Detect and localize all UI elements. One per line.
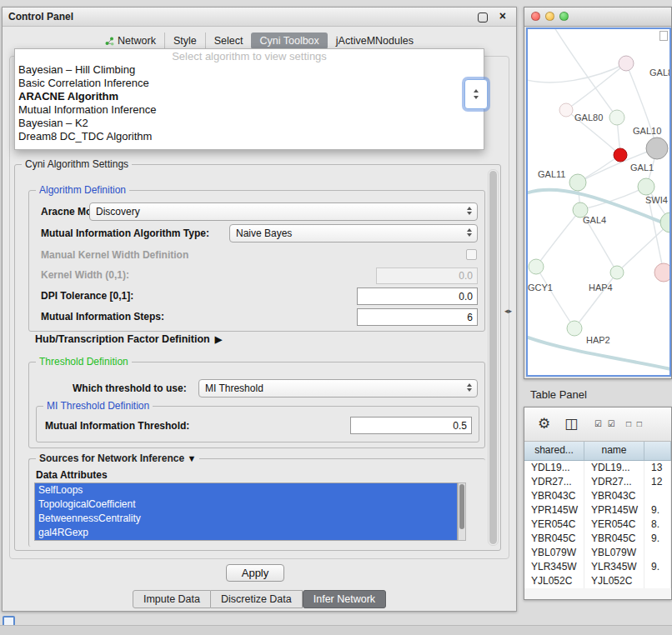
cell: YDL19... — [584, 461, 644, 475]
network-icon — [105, 37, 114, 46]
cell: YDR27... — [524, 475, 584, 489]
mi-type-value: Naive Bayes — [236, 228, 292, 239]
cell: YBR045C — [584, 532, 644, 546]
tab-label: Style — [173, 35, 197, 47]
apply-button[interactable]: Apply — [226, 564, 284, 582]
table-row[interactable]: YLR345W YLR345W 9. — [524, 560, 671, 574]
float-window-icon[interactable] — [478, 12, 488, 22]
scrollbar-thumb[interactable] — [489, 171, 497, 544]
scrollbar-corner — [659, 31, 668, 41]
close-traffic-light[interactable] — [531, 12, 540, 21]
scrollbar-thumb[interactable] — [459, 484, 464, 529]
control-panel-window: Control Panel × Network Style Select Cyn… — [2, 7, 517, 612]
tab-jactivemodules[interactable]: jActiveMNodules — [328, 32, 422, 49]
node-label: GAL4 — [583, 215, 606, 225]
deselect-all-checks-icon[interactable]: □ □ — [626, 419, 644, 428]
columns-icon[interactable]: ◫ — [564, 415, 578, 432]
cell: YER054C — [584, 518, 644, 532]
table-row[interactable]: YER054C YER054C 8. — [524, 518, 671, 532]
cell — [644, 489, 671, 503]
combo-stepper-icon — [464, 228, 474, 237]
tab-discretize-data[interactable]: Discretize Data — [211, 590, 303, 608]
graph-node-swi4 — [660, 212, 671, 232]
network-canvas[interactable]: GAL8 GAL80 GAL10 GAL11 GAL1 SWI4 GAL4 GC… — [526, 28, 671, 377]
algorithm-option[interactable]: Bayesian – Hill Climbing — [15, 63, 484, 77]
algorithm-definition-title: Algorithm Definition — [36, 184, 129, 196]
algorithm-combo-stepper[interactable] — [464, 79, 488, 109]
attribute-item-selected[interactable]: gal4RGexp — [35, 526, 457, 540]
cell — [644, 574, 671, 588]
down-arrow-icon — [474, 96, 479, 99]
graph-node — [619, 56, 634, 71]
zoom-traffic-light[interactable] — [559, 12, 569, 21]
mi-steps-field[interactable] — [357, 308, 478, 326]
tab-style[interactable]: Style — [164, 32, 205, 49]
mi-threshold-field[interactable] — [350, 417, 472, 434]
data-attributes-list[interactable]: SelfLoops TopologicalCoefficient Between… — [34, 482, 458, 541]
combo-stepper-icon — [464, 207, 474, 215]
mi-threshold-group: MI Threshold Definition Mutual Informati… — [36, 406, 479, 442]
panel-divider-handle[interactable]: ◂▸ — [504, 307, 512, 315]
table-panel-title: Table Panel — [530, 388, 587, 401]
collapse-right-icon: ▶ — [215, 334, 222, 345]
aracne-mode-combobox[interactable]: Discovery — [89, 202, 478, 221]
graph-node — [559, 103, 573, 117]
algorithm-option[interactable]: Dream8 DC_TDC Algorithm — [15, 130, 484, 143]
algorithm-definition-group: Algorithm Definition Aracne Mode: Discov… — [28, 190, 485, 332]
cell: YLR345W — [524, 560, 584, 574]
algorithm-option[interactable]: Mutual Information Inference — [15, 103, 484, 117]
close-icon[interactable]: × — [499, 9, 506, 22]
cell: YER054C — [524, 518, 584, 532]
cell: 12 — [644, 475, 671, 489]
network-window-titlebar — [524, 8, 671, 27]
algorithm-option-selected[interactable]: ARACNE Algorithm — [15, 90, 484, 103]
dpi-tolerance-label: DPI Tolerance [0,1]: — [41, 290, 133, 302]
mi-threshold-label: Mutual Information Threshold: — [45, 420, 189, 432]
table-row[interactable]: YBR045C YBR045C 9. — [524, 532, 671, 546]
column-header-shared[interactable]: shared... — [524, 442, 584, 460]
table-row[interactable]: YBL079W YBL079W — [524, 546, 671, 560]
threshold-definition-title: Threshold Definition — [36, 356, 132, 368]
mi-type-combobox[interactable]: Naive Bayes — [229, 224, 478, 242]
table-row[interactable]: YPR145W YPR145W 9. — [524, 503, 671, 518]
which-threshold-label: Which threshold to use: — [73, 382, 187, 394]
table-row[interactable]: YBR043C YBR043C — [524, 489, 671, 503]
tab-select[interactable]: Select — [205, 32, 252, 49]
algorithm-dropdown-popup: Select algorithm to view settings Bayesi… — [14, 48, 484, 150]
attribute-item-selected[interactable]: TopologicalCoefficient — [35, 498, 457, 512]
algorithm-placeholder: Select algorithm to view settings — [15, 49, 484, 63]
sources-toggle[interactable]: Sources for Network Inference ▼ — [36, 452, 199, 464]
threshold-definition-group: Threshold Definition Which threshold to … — [28, 362, 485, 448]
algorithm-option[interactable]: Basic Correlation Inference — [15, 77, 484, 90]
tab-label: Cyni Toolbox — [259, 35, 318, 47]
table-row[interactable]: YDR27... YDR27... 12 — [524, 475, 671, 489]
column-header-partial[interactable] — [644, 442, 671, 460]
hub-definition-toggle[interactable]: Hub/Transcription Factor Definition ▶ — [35, 333, 222, 345]
settings-scrollbar[interactable] — [488, 169, 499, 546]
table-row[interactable]: YDL19... YDL19... 13 — [524, 461, 671, 475]
tab-impute-data[interactable]: Impute Data — [133, 590, 211, 608]
cell: 13 — [644, 461, 671, 475]
table-body: YDL19... YDL19... 13 YDR27... YDR27... 1… — [524, 461, 671, 588]
gear-icon[interactable]: ⚙ — [538, 415, 550, 432]
graph-node-gal1 — [638, 178, 654, 195]
tab-network[interactable]: Network — [97, 32, 164, 49]
manual-kernel-checkbox[interactable] — [466, 249, 477, 260]
minimize-traffic-light[interactable] — [545, 12, 554, 21]
tab-infer-network[interactable]: Infer Network — [303, 590, 386, 608]
hub-definition-label: Hub/Transcription Factor Definition — [35, 333, 210, 345]
which-threshold-combobox[interactable]: MI Threshold — [198, 379, 478, 398]
attribute-list-scrollbar[interactable] — [458, 482, 466, 541]
dpi-tolerance-field[interactable] — [357, 288, 478, 305]
attribute-item-selected[interactable]: BetweennessCentrality — [35, 512, 457, 526]
node-label: GAL80 — [574, 112, 603, 122]
cell: YLR345W — [584, 560, 644, 574]
table-panel-window: ⚙ ◫ ☑ ☑ □ □ shared... name YDL19... YDL1… — [524, 407, 672, 600]
select-all-checks-icon[interactable]: ☑ ☑ — [594, 419, 617, 428]
algorithm-option[interactable]: Bayesian – K2 — [15, 117, 484, 130]
attribute-item-selected[interactable]: SelfLoops — [35, 483, 457, 498]
table-row[interactable]: YJL052C YJL052C — [524, 574, 671, 588]
tab-cyni-toolbox[interactable]: Cyni Toolbox — [251, 32, 327, 49]
sources-title: Sources for Network Inference — [39, 452, 184, 464]
column-header-name[interactable]: name — [584, 442, 644, 460]
